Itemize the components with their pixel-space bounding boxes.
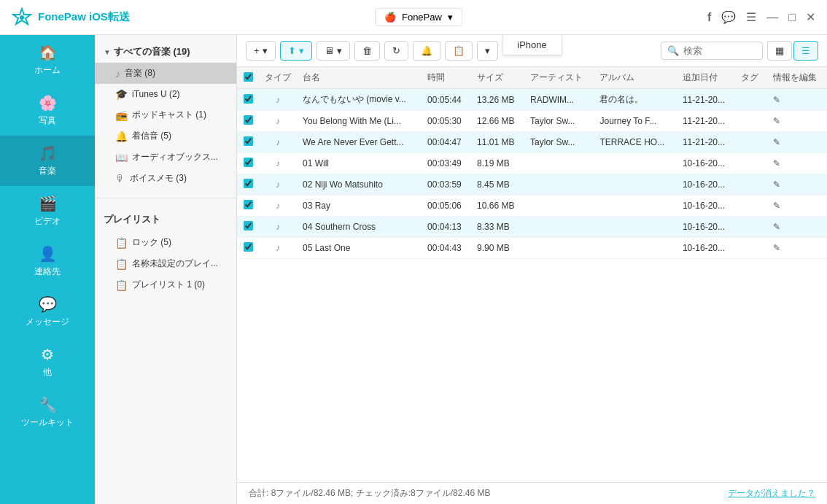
row-checkbox[interactable] xyxy=(244,115,253,125)
left-panel-item-ringtone[interactable]: 🔔 着信音 (5) xyxy=(95,125,236,147)
bell-button[interactable]: 🔔 xyxy=(413,41,440,61)
row-checkbox[interactable] xyxy=(244,94,253,104)
sidebar-item-home[interactable]: 🏠 ホーム xyxy=(0,35,95,85)
left-panel-item-rock[interactable]: 📋 ロック (5) xyxy=(95,232,236,253)
data-lost-link[interactable]: データが消えました？ xyxy=(728,487,815,500)
row-tag xyxy=(735,89,766,111)
header-album: アルバム xyxy=(594,67,676,89)
facebook-icon[interactable]: f xyxy=(707,11,711,24)
sidebar: 🏠 ホーム 🌸 写真 🎵 音楽 🎬 ビデオ 👤 連絡先 💬 メッセージ ⚙ 他 xyxy=(0,35,95,504)
row-edit-btn[interactable]: ✎ xyxy=(767,174,827,195)
row-edit-btn[interactable]: ✎ xyxy=(767,111,827,132)
left-panel-item-voicememo[interactable]: 🎙 ボイスメモ (3) xyxy=(95,168,236,189)
row-checkbox-cell xyxy=(237,132,259,153)
row-duration: 00:04:43 xyxy=(422,238,471,259)
sidebar-item-contacts[interactable]: 👤 連絡先 xyxy=(0,236,95,287)
more-button[interactable]: ▾ xyxy=(477,41,498,61)
row-edit-btn[interactable]: ✎ xyxy=(767,153,827,174)
row-checkbox[interactable] xyxy=(244,179,253,188)
app-logo: FonePaw iOS転送 xyxy=(12,7,130,28)
left-panel-item-music[interactable]: ♪ 音楽 (8) xyxy=(95,63,236,84)
chat-icon[interactable]: 💬 xyxy=(721,10,736,24)
menu-icon[interactable]: ☰ xyxy=(746,10,756,24)
sidebar-item-messages[interactable]: 💬 メッセージ xyxy=(0,287,95,337)
sidebar-item-messages-label: メッセージ xyxy=(26,316,69,328)
row-title: 04 Southern Cross xyxy=(297,217,422,238)
delete-button[interactable]: 🗑 xyxy=(354,41,380,61)
row-edit-btn[interactable]: ✎ xyxy=(767,217,827,238)
left-panel-item-podcast[interactable]: 📻 ポッドキャスト (1) xyxy=(95,104,236,125)
sidebar-item-contacts-label: 連絡先 xyxy=(34,265,61,278)
row-album: Journey To F... xyxy=(594,111,676,132)
messages-icon: 💬 xyxy=(39,295,57,313)
row-edit-btn[interactable]: ✎ xyxy=(767,195,827,217)
content-area: iPhone + ▾ ⬆ ▾ 🖥 ▾ 🗑 ↻ 🔔 xyxy=(237,35,827,504)
ringtone-label: 着信音 (5) xyxy=(132,130,171,142)
all-music-header[interactable]: ▼ すべての音楽 (19) xyxy=(95,41,236,63)
sidebar-item-other[interactable]: ⚙ 他 xyxy=(0,337,95,387)
refresh-icon: ↻ xyxy=(392,45,400,56)
home-icon: 🏠 xyxy=(39,44,57,61)
row-checkbox-cell xyxy=(237,153,259,174)
video-icon: 🎬 xyxy=(39,195,57,212)
search-input[interactable] xyxy=(683,45,756,56)
left-panel-item-audiobook[interactable]: 📖 オーディオブックス... xyxy=(95,147,236,168)
row-title: 01 Will xyxy=(297,153,422,174)
row-date: 10-16-20... xyxy=(677,238,735,259)
grid-icon: ▦ xyxy=(775,45,784,56)
sidebar-item-video[interactable]: 🎬 ビデオ xyxy=(0,186,95,236)
row-size: 10.66 MB xyxy=(471,195,524,217)
copy-button[interactable]: 📋 xyxy=(445,41,473,61)
row-title: 02 Niji Wo Matsuhito xyxy=(297,174,422,195)
row-checkbox[interactable] xyxy=(244,158,253,167)
row-title: We Are Never Ever Gett... xyxy=(297,132,422,153)
copy-icon: 📋 xyxy=(453,45,465,56)
playlist1-label: プレイリスト 1 (0) xyxy=(132,279,205,291)
row-edit-btn[interactable]: ✎ xyxy=(767,89,827,111)
sidebar-item-music[interactable]: 🎵 音楽 xyxy=(0,136,95,186)
header-type: タイプ xyxy=(259,67,297,89)
row-type: ♪ xyxy=(259,89,297,111)
row-edit-btn[interactable]: ✎ xyxy=(767,238,827,259)
row-checkbox[interactable] xyxy=(244,221,253,230)
delete-icon: 🗑 xyxy=(362,45,372,56)
row-duration: 00:05:06 xyxy=(422,195,471,217)
table-row: ♪ 03 Ray 00:05:06 10.66 MB 10-16-20... ✎ xyxy=(237,195,827,217)
row-checkbox[interactable] xyxy=(244,200,253,209)
row-title: 03 Ray xyxy=(297,195,422,217)
table-row: ♪ We Are Never Ever Gett... 00:04:47 11.… xyxy=(237,132,827,153)
sidebar-item-photos[interactable]: 🌸 写真 xyxy=(0,85,95,136)
import-button[interactable]: 🖥 ▾ xyxy=(317,41,350,61)
row-album: TERRACE HO... xyxy=(594,132,676,153)
itunes-u-icon: 🎓 xyxy=(115,88,128,100)
row-checkbox[interactable] xyxy=(244,136,253,146)
header-date: 追加日付 xyxy=(677,67,735,89)
row-tag xyxy=(735,153,766,174)
list-view-button[interactable]: ☰ xyxy=(793,41,818,61)
grid-view-button[interactable]: ▦ xyxy=(767,41,792,61)
row-size: 8.45 MB xyxy=(471,174,524,195)
left-panel-item-playlist1[interactable]: 📋 プレイリスト 1 (0) xyxy=(95,274,236,295)
chevron-down-icon: ▾ xyxy=(448,12,453,23)
row-date: 11-21-20... xyxy=(677,111,735,132)
left-panel-item-itunes-u[interactable]: 🎓 iTunes U (2) xyxy=(95,84,236,104)
device-selector[interactable]: 🍎 FonePaw ▾ xyxy=(375,8,462,26)
close-icon[interactable]: ✕ xyxy=(806,10,815,24)
table-row: ♪ You Belong With Me (Li... 00:05:30 12.… xyxy=(237,111,827,132)
row-checkbox[interactable] xyxy=(244,242,253,252)
select-all-checkbox[interactable] xyxy=(244,72,253,82)
row-type: ♪ xyxy=(259,174,297,195)
row-edit-btn[interactable]: ✎ xyxy=(767,132,827,153)
maximize-icon[interactable]: □ xyxy=(788,11,796,24)
row-type: ♪ xyxy=(259,195,297,217)
export-button[interactable]: ⬆ ▾ xyxy=(280,41,312,61)
refresh-button[interactable]: ↻ xyxy=(384,41,408,61)
row-type: ♪ xyxy=(259,217,297,238)
sidebar-item-toolkit[interactable]: 🔧 ツールキット xyxy=(0,387,95,438)
minimize-icon[interactable]: — xyxy=(766,11,778,24)
add-button[interactable]: + ▾ xyxy=(246,41,276,61)
main-layout: 🏠 ホーム 🌸 写真 🎵 音楽 🎬 ビデオ 👤 連絡先 💬 メッセージ ⚙ 他 xyxy=(0,35,827,504)
row-size: 8.19 MB xyxy=(471,153,524,174)
row-duration: 00:05:30 xyxy=(422,111,471,132)
left-panel-item-unnamed[interactable]: 📋 名称未設定のプレイ... xyxy=(95,253,236,274)
